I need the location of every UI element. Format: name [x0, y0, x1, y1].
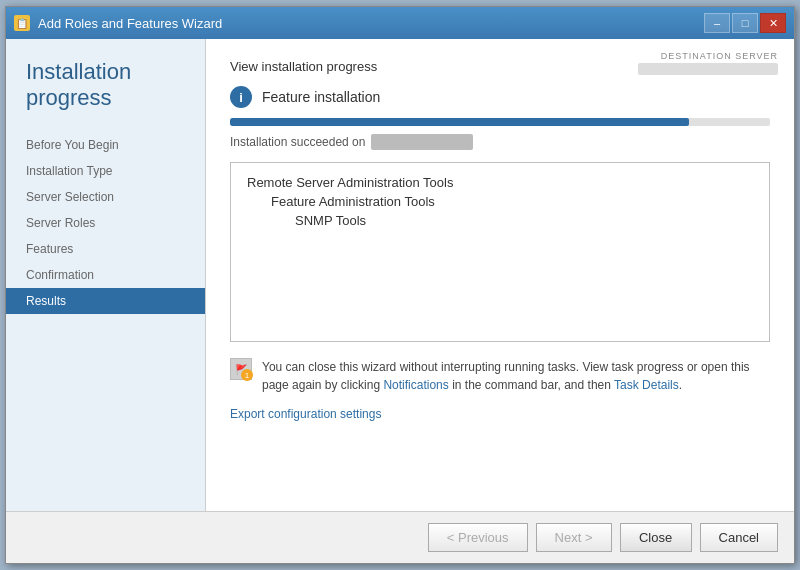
feature-installation-row: i Feature installation [230, 86, 770, 108]
footer: < Previous Next > Close Cancel [6, 511, 794, 563]
install-success-row: Installation succeeded on [230, 134, 770, 150]
cancel-button[interactable]: Cancel [700, 523, 778, 552]
install-success-text: Installation succeeded on [230, 135, 365, 149]
server-name-succeeded [371, 134, 472, 150]
sidebar-item-before-you-begin[interactable]: Before You Begin [6, 132, 205, 158]
results-box: Remote Server Administration Tools Featu… [230, 162, 770, 342]
info-text-part3: . [679, 378, 682, 392]
left-panel: Installation progress Before You Begin I… [6, 39, 206, 511]
sidebar-item-server-selection[interactable]: Server Selection [6, 184, 205, 210]
title-bar-left: 📋 Add Roles and Features Wizard [14, 15, 222, 31]
result-item-0: Remote Server Administration Tools [247, 175, 753, 190]
title-bar: 📋 Add Roles and Features Wizard – □ ✕ [6, 7, 794, 39]
result-item-1: Feature Administration Tools [247, 194, 753, 209]
sidebar-item-installation-type[interactable]: Installation Type [6, 158, 205, 184]
sidebar-item-features[interactable]: Features [6, 236, 205, 262]
window-title: Add Roles and Features Wizard [38, 16, 222, 31]
info-text-part2: in the command bar, and then [449, 378, 614, 392]
previous-button[interactable]: < Previous [428, 523, 528, 552]
info-icon: i [230, 86, 252, 108]
feature-installation-label: Feature installation [262, 89, 380, 105]
flag-icon: 🚩 1 [230, 358, 252, 380]
flag-number: 1 [241, 369, 253, 381]
sidebar-item-results[interactable]: Results [6, 288, 205, 314]
content-area: Installation progress Before You Begin I… [6, 39, 794, 511]
wizard-window: 📋 Add Roles and Features Wizard – □ ✕ In… [5, 6, 795, 564]
info-text-block: You can close this wizard without interr… [262, 358, 770, 394]
window-close-button[interactable]: ✕ [760, 13, 786, 33]
progress-bar-container [230, 118, 770, 126]
notifications-link[interactable]: Notifications [383, 378, 448, 392]
result-item-2: SNMP Tools [247, 213, 753, 228]
maximize-button[interactable]: □ [732, 13, 758, 33]
info-section: 🚩 1 You can close this wizard without in… [230, 358, 770, 394]
page-title: Installation progress [6, 59, 205, 132]
task-details-link[interactable]: Task Details [614, 378, 679, 392]
minimize-button[interactable]: – [704, 13, 730, 33]
sidebar-item-confirmation[interactable]: Confirmation [6, 262, 205, 288]
main-panel: DESTINATION SERVER View installation pro… [206, 39, 794, 511]
window-icon: 📋 [14, 15, 30, 31]
server-name-blurred [638, 63, 778, 75]
close-button[interactable]: Close [620, 523, 692, 552]
destination-label: DESTINATION SERVER [638, 51, 778, 61]
next-button[interactable]: Next > [536, 523, 612, 552]
export-configuration-link[interactable]: Export configuration settings [230, 407, 381, 421]
destination-server: DESTINATION SERVER [638, 51, 778, 75]
progress-bar-fill [230, 118, 689, 126]
sidebar-item-server-roles[interactable]: Server Roles [6, 210, 205, 236]
window-controls: – □ ✕ [704, 13, 786, 33]
